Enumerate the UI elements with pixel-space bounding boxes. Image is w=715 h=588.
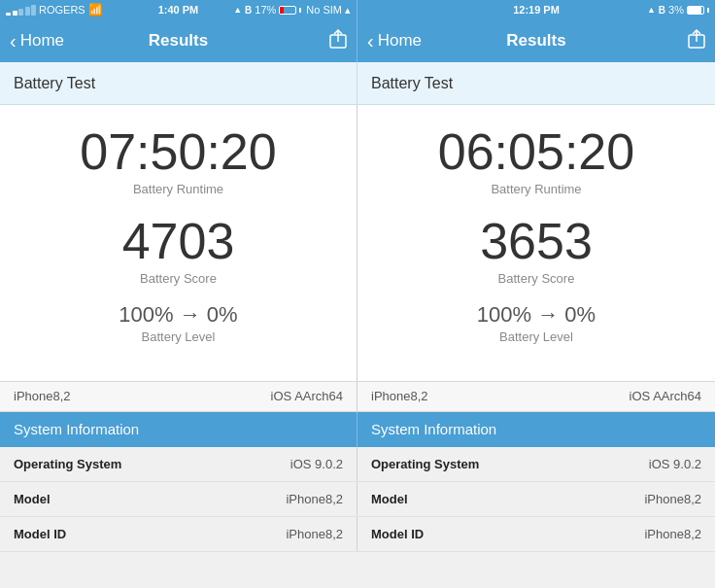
title-text-right: Battery Test [371, 75, 453, 92]
table-cell-os-right: Operating System iOS 9.0.2 [358, 447, 715, 481]
nav-title-right: Results [506, 31, 565, 51]
sys-info-title-left: System Information [14, 421, 139, 437]
table-cell-modelid-left: Model ID iPhone8,2 [0, 517, 358, 551]
back-label-left: Home [20, 31, 64, 51]
back-button-right[interactable]: ‹ Home [367, 31, 422, 51]
score-block-left: 4703 Battery Score [14, 214, 343, 286]
level-value-right: 100% → 0% [371, 303, 701, 327]
arch-left: iOS AArch64 [271, 389, 343, 403]
status-bar-left-inner: ROGERS 📶 1:40 PM ▲ B 17% No SIM ▴ [6, 3, 351, 17]
table-rows: Operating System iOS 9.0.2 Operating Sys… [0, 447, 715, 552]
signal-dot-1 [6, 13, 11, 16]
status-bar-right: 12:19 PM ▲ B 3% [358, 0, 715, 19]
score-label-right: Battery Score [371, 271, 701, 286]
table-row-model: Model iPhone8,2 Model iPhone8,2 [0, 482, 715, 517]
table-cell-model-right: Model iPhone8,2 [358, 482, 715, 516]
table-cell-modelid-right: Model ID iPhone8,2 [358, 517, 715, 551]
carrier-name: ROGERS [39, 4, 85, 16]
battery-pct-right: 3% [668, 4, 684, 16]
os-key-left: Operating System [14, 457, 121, 471]
model-val-left: iPhone8,2 [286, 492, 343, 506]
arch-right: iOS AArch64 [630, 389, 701, 403]
signal-dot-5 [31, 5, 36, 16]
back-button-left[interactable]: ‹ Home [10, 31, 64, 51]
sys-info-header-right: System Information [358, 412, 715, 447]
signal-dot-2 [13, 11, 17, 16]
bluetooth-icon-left: B [245, 5, 252, 16]
title-bars: Battery Test Battery Test [0, 62, 715, 105]
score-value-right: 3653 [371, 214, 701, 269]
signal-dot-4 [25, 7, 30, 16]
status-right-group-left: ▲ B 17% No SIM ▴ [233, 4, 351, 17]
runtime-value-left: 07:50:20 [14, 124, 343, 180]
level-block-right: 100% → 0% Battery Level [371, 303, 701, 343]
modelid-val-right: iPhone8,2 [644, 527, 701, 541]
bluetooth-icon-right: B [659, 5, 665, 16]
device-info-bar-right: iPhone8,2 iOS AArch64 [358, 382, 715, 411]
device-info-bars: iPhone8,2 iOS AArch64 iPhone8,2 iOS AArc… [0, 381, 715, 412]
sys-info-title-right: System Information [371, 421, 496, 437]
battery-icon-left [279, 6, 296, 15]
status-left-group: ROGERS 📶 [6, 3, 103, 17]
nav-title-left: Results [149, 31, 208, 51]
status-time-right: 12:19 PM [513, 4, 560, 16]
runtime-block-left: 07:50:20 Battery Runtime [14, 124, 343, 196]
os-val-left: iOS 9.0.2 [290, 457, 343, 471]
no-sim-label: No SIM [306, 4, 342, 16]
battery-fill-right [688, 7, 701, 14]
back-label-right: Home [378, 31, 422, 51]
battery-icon-right [687, 6, 704, 15]
title-text-left: Battery Test [14, 75, 95, 92]
status-time-left: 1:40 PM [158, 4, 199, 16]
runtime-label-right: Battery Runtime [371, 182, 701, 196]
sys-info-header-left: System Information [0, 412, 358, 447]
title-bar-left: Battery Test [0, 62, 358, 105]
runtime-block-right: 06:05:20 Battery Runtime [371, 124, 701, 196]
share-button-right[interactable] [688, 29, 705, 53]
back-chevron-right: ‹ [367, 31, 374, 51]
status-bar-left: ROGERS 📶 1:40 PM ▲ B 17% No SIM ▴ [0, 0, 358, 19]
status-right-group-right: ▲ B 3% [647, 4, 709, 16]
model-key-left: Model [14, 492, 51, 506]
level-label-left: Battery Level [14, 329, 343, 344]
model-key-right: Model [371, 492, 408, 506]
location-icon-left: ▲ [233, 5, 242, 15]
table-cell-model-left: Model iPhone8,2 [0, 482, 358, 516]
model-right: iPhone8,2 [371, 389, 428, 403]
wifi-icon-right-left: ▴ [345, 4, 351, 17]
device-panel-left: 07:50:20 Battery Runtime 4703 Battery Sc… [0, 105, 358, 381]
table-row-modelid: Model ID iPhone8,2 Model ID iPhone8,2 [0, 517, 715, 552]
status-bars: ROGERS 📶 1:40 PM ▲ B 17% No SIM ▴ [0, 0, 715, 19]
main-content: 07:50:20 Battery Runtime 4703 Battery Sc… [0, 105, 715, 381]
runtime-label-left: Battery Runtime [14, 182, 343, 196]
nav-bar-left-inner: ‹ Home Results [10, 29, 347, 53]
back-chevron-left: ‹ [10, 31, 17, 51]
signal-dots [6, 5, 36, 16]
table-cell-os-left: Operating System iOS 9.0.2 [0, 447, 358, 481]
nav-bar-right: ‹ Home Results [358, 19, 715, 62]
score-label-left: Battery Score [14, 271, 343, 286]
battery-fill-left [280, 7, 283, 14]
title-bar-right: Battery Test [358, 62, 715, 105]
share-button-left[interactable] [329, 29, 347, 53]
runtime-value-right: 06:05:20 [371, 124, 701, 180]
modelid-key-right: Model ID [371, 527, 424, 541]
nav-bar-right-inner: ‹ Home Results [367, 29, 705, 53]
model-left: iPhone8,2 [14, 389, 71, 403]
score-block-right: 3653 Battery Score [371, 214, 701, 286]
nav-bars: ‹ Home Results ‹ Home Results [0, 19, 715, 62]
location-icon-right: ▲ [647, 5, 656, 15]
model-val-right: iPhone8,2 [644, 492, 701, 506]
battery-tip-left [299, 8, 301, 13]
battery-pct-left: 17% [255, 4, 276, 16]
sys-info-headers: System Information System Information [0, 412, 715, 447]
device-panel-right: 06:05:20 Battery Runtime 3653 Battery Sc… [358, 105, 715, 381]
score-value-left: 4703 [14, 214, 343, 269]
status-bar-right-inner: 12:19 PM ▲ B 3% [363, 4, 709, 16]
level-block-left: 100% → 0% Battery Level [14, 303, 343, 343]
nav-bar-left: ‹ Home Results [0, 19, 358, 62]
os-key-right: Operating System [371, 457, 479, 471]
os-val-right: iOS 9.0.2 [649, 457, 701, 471]
level-label-right: Battery Level [371, 329, 701, 344]
modelid-val-left: iPhone8,2 [286, 527, 343, 541]
